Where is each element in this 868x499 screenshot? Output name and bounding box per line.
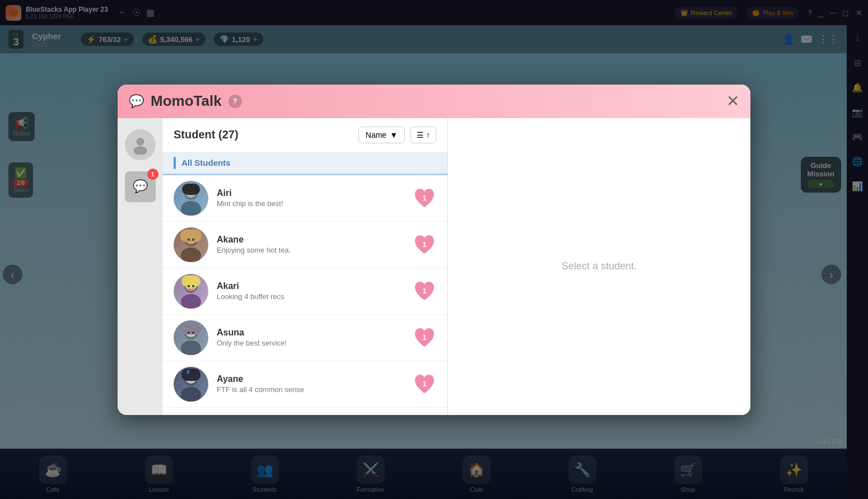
student-name-akane: Akane [217,235,404,245]
svg-text:1: 1 [422,194,426,202]
svg-rect-37 [187,370,189,374]
student-info-akane: Akane Enjoying some hot tea. [217,235,404,254]
student-status-akari: Looking 4 buffet recs [217,292,404,301]
student-info-ayane: Ayane FTF is all 4 common sense [217,374,404,394]
svg-point-4 [181,201,201,216]
student-item-asuna[interactable]: Asuna Only the best service! 1 [162,315,447,361]
student-avatar-akane [174,227,208,262]
filter-bar: All Students [162,152,447,175]
modal-help-button[interactable]: ? [228,95,242,108]
svg-point-29 [192,332,194,334]
modal-overlay: 💬 MomoTalk ? ✕ 💬 1 [0,0,868,499]
student-status-ayane: FTF is all 4 common sense [217,385,404,394]
svg-point-7 [188,192,190,194]
sort-chevron-icon: ▼ [390,130,398,139]
student-item-ayane[interactable]: Ayane FTF is all 4 common sense 1 [162,361,447,408]
svg-point-21 [188,285,190,287]
sort-order-button[interactable]: ☰ ↑ [410,127,436,143]
chat-bubble-icon: 💬 [133,179,148,194]
sort-label: Name [366,130,386,139]
svg-point-35 [188,378,190,380]
svg-point-1 [136,138,144,146]
svg-text:1: 1 [422,380,426,388]
filter-indicator [174,157,176,169]
student-list: Airi Mint chip is the best! 1 [162,175,447,415]
heart-badge-akari: 1 [413,280,436,302]
svg-point-25 [181,341,201,355]
svg-rect-20 [181,276,200,287]
student-list-panel: Student (27) Name ▼ ☰ ↑ All Students [162,118,448,415]
heart-badge-airi: 1 [413,187,436,209]
notification-badge-container: 💬 1 [125,160,156,202]
student-avatar-asuna [174,320,208,355]
student-avatar-airi [174,181,208,216]
svg-point-36 [192,378,194,380]
svg-rect-6 [182,184,200,195]
svg-text:1: 1 [422,240,426,249]
modal-title: MomoTalk [151,92,222,110]
modal-avatar-sidebar: 💬 1 [118,118,162,415]
svg-rect-34 [181,369,200,381]
svg-text:1: 1 [422,333,426,342]
student-item-airi[interactable]: Airi Mint chip is the best! 1 [162,175,447,222]
svg-point-14 [188,239,190,241]
sort-lines-icon: ☰ [417,130,424,139]
modal-body: 💬 1 Student (27) Name ▼ ☰ ↑ [118,118,750,415]
student-name-airi: Airi [217,188,404,198]
student-list-header: Student (27) Name ▼ ☰ ↑ [162,118,447,152]
student-name-akari: Akari [217,281,404,291]
modal-header: 💬 MomoTalk ? ✕ [118,85,750,118]
student-status-akane: Enjoying some hot tea. [217,246,404,254]
student-info-asuna: Asuna Only the best service! [217,328,404,347]
student-info-akari: Akari Looking 4 buffet recs [217,281,404,301]
modal-title-icon: 💬 [129,94,144,109]
svg-point-32 [181,387,201,402]
student-status-airi: Mint chip is the best! [217,199,404,208]
student-name-ayane: Ayane [217,374,404,384]
svg-point-15 [192,239,194,241]
svg-point-22 [192,285,194,287]
svg-point-2 [133,146,147,155]
svg-point-11 [181,248,201,262]
heart-badge-asuna: 1 [413,327,436,349]
svg-rect-13 [180,230,202,242]
student-item-akari[interactable]: Akari Looking 4 buffet recs 1 [162,268,447,315]
sort-dropdown[interactable]: Name ▼ [358,127,405,143]
student-status-asuna: Only the best service! [217,339,404,347]
momotalk-modal: 💬 MomoTalk ? ✕ 💬 1 [118,85,750,415]
modal-right-panel: Select a student. [448,118,750,415]
heart-badge-akane: 1 [413,234,436,256]
modal-close-button[interactable]: ✕ [726,94,739,109]
select-prompt-text: Select a student. [562,260,637,272]
student-count-title: Student (27) [174,128,353,141]
student-avatar-akari [174,274,208,309]
heart-badge-ayane: 1 [413,373,436,395]
svg-point-8 [192,192,194,194]
filter-text: All Students [181,158,231,167]
svg-text:1: 1 [422,287,426,295]
student-avatar-ayane [174,367,208,402]
student-info-airi: Airi Mint chip is the best! [217,188,404,208]
svg-point-28 [188,332,190,334]
notification-count: 1 [147,169,158,180]
student-name-asuna: Asuna [217,328,404,338]
modal-user-avatar[interactable] [125,129,156,160]
svg-rect-27 [181,323,201,334]
sort-asc-icon: ↑ [426,130,430,139]
student-item-akane[interactable]: Akane Enjoying some hot tea. 1 [162,222,447,268]
svg-point-18 [181,294,201,309]
